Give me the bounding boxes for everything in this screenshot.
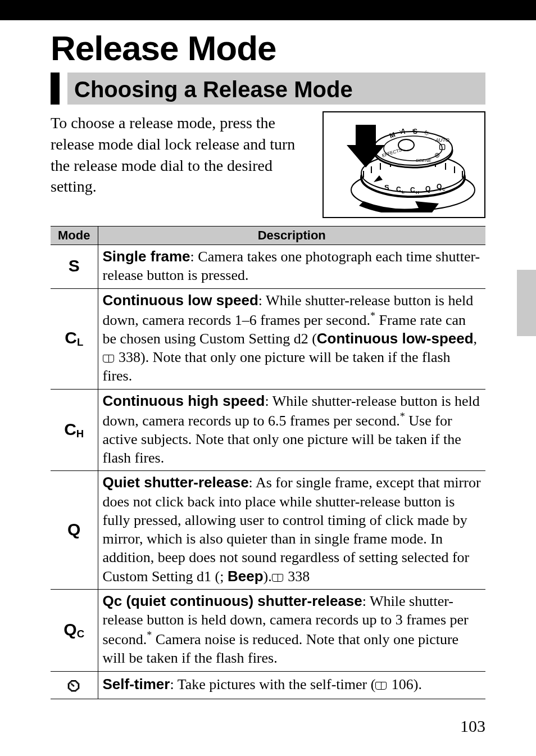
svg-text:C: C: [396, 185, 401, 193]
self-timer-icon: ⏲: [66, 678, 82, 694]
table-row: QCQc (quiet continuous) shutter-release:…: [51, 589, 485, 671]
mode-cell: ⏲: [51, 671, 98, 699]
table-header-description: Description: [98, 227, 485, 245]
description-cell: Single frame: Camera takes one photograp…: [98, 245, 485, 289]
chapter-title: Release Mode: [51, 28, 485, 68]
section-black-bar: [51, 73, 60, 105]
release-mode-table: Mode Description SSingle frame: Camera t…: [51, 226, 485, 699]
description-cell: Continuous high speed: While shutter-rel…: [98, 389, 485, 471]
mode-cell: QC: [51, 589, 98, 671]
dial-svg: S CL CH Q QC S ☼: [329, 117, 479, 212]
svg-text:C: C: [410, 186, 415, 194]
page-ref-icon: [103, 355, 114, 363]
svg-text:Q: Q: [437, 183, 442, 191]
svg-text:☼: ☼: [423, 128, 430, 137]
svg-text:⊛: ⊛: [434, 151, 440, 159]
description-cell: Quiet shutter-release: As for single fra…: [98, 471, 485, 590]
table-row: CLContinuous low speed: While shutter-re…: [51, 288, 485, 389]
mode-cell: S: [51, 245, 98, 289]
page-ref-icon: [272, 574, 283, 582]
intro-paragraph: To choose a release mode, press the rele…: [51, 111, 320, 197]
description-cell: Continuous low speed: While shutter-rele…: [98, 288, 485, 389]
description-cell: Self-timer: Take pictures with the self-…: [98, 671, 485, 699]
mode-cell: CH: [51, 389, 98, 471]
svg-text:S: S: [413, 128, 417, 135]
description-cell: Qc (quiet continuous) shutter-release: W…: [98, 589, 485, 671]
table-row: SSingle frame: Camera takes one photogra…: [51, 245, 485, 289]
svg-text:C: C: [442, 187, 446, 192]
table-row: QQuiet shutter-release: As for single fr…: [51, 471, 485, 590]
page-ref-icon: [375, 682, 387, 690]
svg-text:H: H: [416, 190, 419, 195]
svg-text:L: L: [402, 189, 405, 194]
section-title: Choosing a Release Mode: [74, 77, 479, 102]
section-heading-row: Choosing a Release Mode: [51, 73, 485, 105]
table-header-mode: Mode: [51, 227, 98, 245]
svg-text:A: A: [401, 128, 406, 135]
table-row: ⏲Self-timer: Take pictures with the self…: [51, 671, 485, 699]
svg-text:Q: Q: [425, 185, 430, 193]
table-row: CHContinuous high speed: While shutter-r…: [51, 389, 485, 471]
svg-text:▢: ▢: [439, 142, 446, 151]
top-black-bar: [0, 0, 536, 20]
mode-cell: CL: [51, 288, 98, 389]
svg-text:SCENE: SCENE: [416, 158, 431, 163]
release-mode-dial-illustration: S CL CH Q QC S ☼: [322, 111, 485, 218]
svg-text:S: S: [384, 183, 389, 192]
side-index-tab: [517, 270, 536, 336]
mode-cell: Q: [51, 471, 98, 590]
page-number: 103: [460, 717, 485, 736]
